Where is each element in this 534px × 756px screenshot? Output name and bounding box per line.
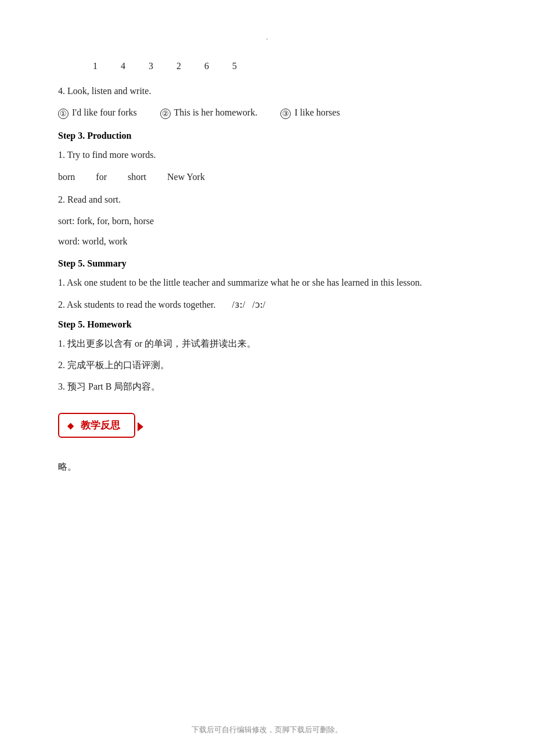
step5-summary-heading: Step 5. Summary [58,258,476,269]
num-3: 3 [149,61,153,71]
listen-option-2: ② This is her homework. [160,105,258,120]
phonetic2: /ɔː/ [252,297,265,312]
word-short: short [128,169,146,185]
num-6: 6 [204,61,209,71]
num-4: 4 [121,61,125,71]
jiaoxue-label: 教学反思 [81,420,120,431]
listen-option-1: ① I'd like four forks [58,105,137,120]
jiaoxue-container: 教学反思 [58,405,476,448]
number-row: 1 4 3 2 6 5 [58,61,476,71]
listen-option-3: ③ I like horses [280,105,340,120]
word-for: for [96,169,107,185]
box-tail-icon [138,422,143,431]
num-5: 5 [232,61,237,71]
num-2: 2 [176,61,181,71]
footer-note: 下载后可自行编辑修改，页脚下载后可删除。 [0,725,534,735]
page-dot: · [58,35,476,44]
phonetic1: /ɜː/ [232,297,246,312]
word-newyork: New York [167,169,205,185]
step3-heading: Step 3. Production [58,131,476,141]
item4-label: 4. Look, listen and write. [58,83,476,99]
summary-item2: 2. Ask students to read the words togeth… [58,297,476,312]
circle-1: ① [58,109,68,119]
homework-item3: 3. 预习 Part B 局部内容。 [58,379,476,394]
summary-item2-text: 2. Ask students to read the words togeth… [58,297,216,312]
word-born: born [58,169,75,185]
circle-3: ③ [280,109,291,119]
step5-homework-heading: Step 5. Homework [58,319,476,330]
listen-options: ① I'd like four forks ② This is her home… [58,105,476,120]
step3-item1: 1. Try to find more words. [58,147,476,163]
homework-item2: 2. 完成平板上的口语评测。 [58,357,476,373]
lue-line: 略。 [58,459,476,474]
document-page: · 1 4 3 2 6 5 4. Look, listen and write.… [0,0,534,756]
word-row: born for short New York [58,169,476,185]
circle-2: ② [160,109,171,119]
word-line: word: world, work [58,233,476,249]
sort-line: sort: fork, for, born, horse [58,213,476,229]
num-1: 1 [93,61,98,71]
jiaoxue-box: 教学反思 [58,413,135,438]
step3-item2: 2. Read and sort. [58,192,476,207]
homework-item1: 1. 找出更多以含有 or 的单词，并试着拼读出来。 [58,336,476,351]
summary-item1: 1. Ask one student to be the little teac… [58,275,476,290]
